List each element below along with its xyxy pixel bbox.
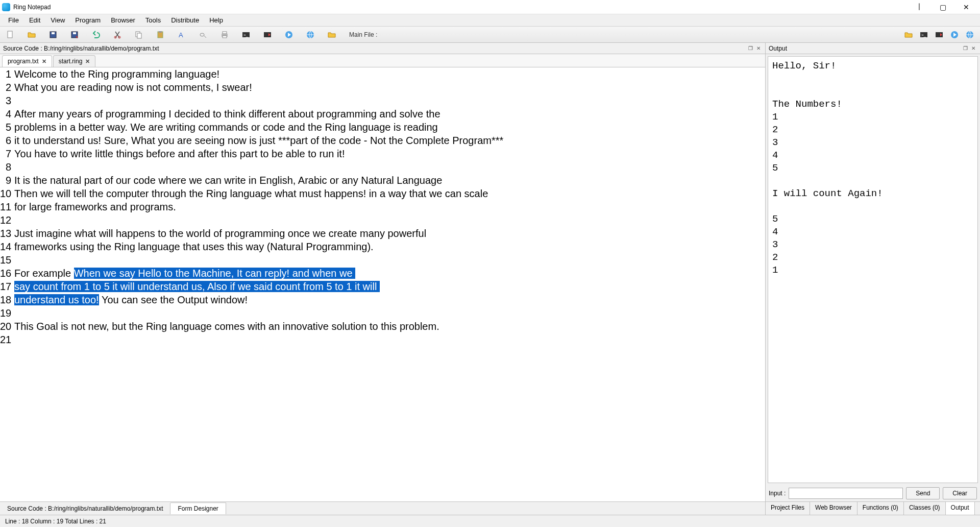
- code-line[interactable]: 21: [0, 333, 765, 346]
- file-tab[interactable]: program.txt✕: [2, 55, 52, 67]
- output-header: Output ❐ ✕: [766, 43, 980, 54]
- line-number: 18: [0, 293, 14, 306]
- svg-text:A: A: [179, 31, 183, 39]
- code-line[interactable]: 18understand us too! You can see the Out…: [0, 293, 765, 306]
- code-line[interactable]: 11for large frameworks and programs.: [0, 200, 765, 213]
- tab-close-icon[interactable]: ✕: [42, 58, 46, 65]
- right-bottom-tab[interactable]: Functions (0): [857, 502, 904, 515]
- code-line[interactable]: 16For example When we say Hello to the M…: [0, 267, 765, 280]
- menu-tools[interactable]: Tools: [140, 15, 166, 26]
- line-number: 13: [0, 227, 14, 240]
- print-button[interactable]: [217, 29, 232, 41]
- right-bottom-tab[interactable]: Project Files: [766, 502, 810, 515]
- line-number: 6: [0, 134, 14, 147]
- close-button[interactable]: ✕: [954, 0, 978, 14]
- menu-view[interactable]: View: [45, 15, 70, 26]
- code-line[interactable]: 8: [0, 160, 765, 174]
- line-text: for large frameworks and programs.: [14, 200, 176, 213]
- code-line[interactable]: 19: [0, 306, 765, 320]
- mainfile-run-button[interactable]: [947, 29, 962, 41]
- open-file-button[interactable]: [24, 29, 39, 41]
- line-number: 7: [0, 147, 14, 160]
- tab-close-icon[interactable]: ✕: [85, 58, 90, 65]
- code-line[interactable]: 4After many years of programming I decid…: [0, 107, 765, 121]
- code-line[interactable]: 14frameworks using the Ring language tha…: [0, 240, 765, 253]
- line-text: For example When we say Hello to the Mac…: [14, 267, 355, 280]
- mainfile-debug-button[interactable]: [932, 29, 946, 41]
- clear-button[interactable]: Clear: [943, 487, 977, 499]
- maximize-button[interactable]: ▢: [931, 0, 954, 14]
- code-line[interactable]: 5problems in a better way. We are writin…: [0, 121, 765, 134]
- mainfile-open-button[interactable]: [901, 29, 916, 41]
- menu-edit[interactable]: Edit: [24, 15, 45, 26]
- bottom-tab[interactable]: Source Code : B:/ring/ringlibs/naturalli…: [0, 503, 170, 514]
- debug-button[interactable]: [260, 29, 275, 41]
- undo-button[interactable]: [89, 29, 103, 41]
- source-code-header: Source Code : B:/ring/ringlibs/naturalli…: [0, 43, 765, 54]
- paste-button[interactable]: [153, 29, 167, 41]
- font-button[interactable]: A: [175, 29, 189, 41]
- minimize-button[interactable]: 〡: [908, 0, 931, 14]
- run-button[interactable]: [282, 29, 296, 41]
- svg-point-12: [200, 33, 204, 36]
- code-line[interactable]: 17say count from 1 to 5 it will understa…: [0, 280, 765, 293]
- code-line[interactable]: 3: [0, 94, 765, 107]
- code-line[interactable]: 2What you are reading now is not comment…: [0, 81, 765, 94]
- output-detach-icon[interactable]: ❐: [962, 45, 969, 52]
- save-button[interactable]: [46, 29, 60, 41]
- code-line[interactable]: 15: [0, 253, 765, 267]
- line-number: 21: [0, 333, 14, 346]
- run-web-button[interactable]: [303, 29, 317, 41]
- menu-program[interactable]: Program: [70, 15, 106, 26]
- main-file-label: Main File :: [346, 31, 380, 38]
- pane-detach-icon[interactable]: ❐: [747, 45, 754, 52]
- terminal-button[interactable]: >_: [239, 29, 253, 41]
- code-line[interactable]: 7You have to write little things before …: [0, 147, 765, 160]
- save-as-button[interactable]: [67, 29, 82, 41]
- menu-help[interactable]: Help: [204, 15, 228, 26]
- svg-text:>_: >_: [243, 33, 249, 37]
- output-input-field[interactable]: [789, 488, 903, 499]
- status-text: Line : 18 Column : 19 Total Lines : 21: [5, 518, 106, 525]
- svg-rect-15: [223, 36, 227, 38]
- code-line[interactable]: 6it to understand us! Sure, What you are…: [0, 134, 765, 147]
- send-button[interactable]: Send: [906, 487, 940, 499]
- mainfile-terminal-button[interactable]: >_: [917, 29, 931, 41]
- line-text: Then we will tell the computer through t…: [14, 187, 488, 200]
- code-editor[interactable]: 1Welcome to the Ring programming languag…: [0, 67, 765, 501]
- source-code-path: Source Code : B:/ring/ringlibs/naturalli…: [3, 45, 159, 52]
- mainfile-web-button[interactable]: [963, 29, 977, 41]
- svg-rect-14: [223, 32, 227, 34]
- code-line[interactable]: 13Just imagine what will happens to the …: [0, 227, 765, 240]
- menu-file[interactable]: File: [3, 15, 24, 26]
- code-line[interactable]: 1Welcome to the Ring programming languag…: [0, 67, 765, 81]
- pane-close-icon[interactable]: ✕: [755, 45, 762, 52]
- line-text: Welcome to the Ring programming language…: [14, 67, 219, 81]
- open-folder-button[interactable]: [325, 29, 339, 41]
- line-number: 10: [0, 187, 14, 200]
- right-bottom-tab[interactable]: Classes (0): [904, 502, 946, 515]
- cut-button[interactable]: [110, 29, 125, 41]
- input-label: Input :: [769, 490, 786, 497]
- line-text: it to understand us! Sure, What you are …: [14, 134, 503, 147]
- line-text: understand us too! You can see the Outpu…: [14, 293, 248, 306]
- file-tab-label: program.txt: [8, 58, 39, 65]
- file-tab[interactable]: start.ring✕: [53, 55, 96, 67]
- right-bottom-tab[interactable]: Web Browser: [810, 502, 857, 515]
- right-bottom-tab[interactable]: Output: [946, 502, 975, 515]
- code-line[interactable]: 12: [0, 213, 765, 227]
- menu-browser[interactable]: Browser: [106, 15, 140, 26]
- code-line[interactable]: 10Then we will tell the computer through…: [0, 187, 765, 200]
- new-file-button[interactable]: [3, 29, 17, 41]
- copy-button[interactable]: [132, 29, 146, 41]
- find-button[interactable]: [196, 29, 210, 41]
- output-console[interactable]: Hello, Sir! The Numbers! 1 2 3 4 5 I wil…: [768, 56, 978, 483]
- line-text: What you are reading now is not comments…: [14, 81, 252, 94]
- output-close-icon[interactable]: ✕: [970, 45, 977, 52]
- code-line[interactable]: 20This Goal is not new, but the Ring lan…: [0, 320, 765, 333]
- menu-distribute[interactable]: Distribute: [166, 15, 204, 26]
- code-line[interactable]: 9It is the natural part of our code wher…: [0, 174, 765, 187]
- bottom-tab[interactable]: Form Designer: [170, 502, 226, 514]
- line-text: say count from 1 to 5 it will understand…: [14, 280, 380, 293]
- line-number: 15: [0, 253, 14, 267]
